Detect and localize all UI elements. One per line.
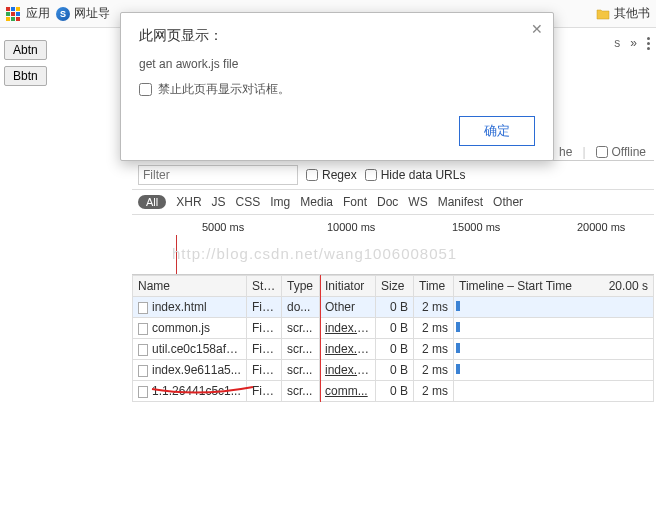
col-timeline[interactable]: Timeline – Start Time20.00 s bbox=[454, 276, 654, 297]
file-icon bbox=[138, 323, 148, 335]
hide-data-urls-toggle[interactable]: Hide data URLs bbox=[365, 168, 466, 182]
type-js[interactable]: JS bbox=[212, 195, 226, 209]
hide-checkbox[interactable] bbox=[365, 169, 377, 181]
close-icon[interactable]: ✕ bbox=[531, 21, 543, 37]
cell-status: Fin... bbox=[247, 360, 282, 381]
abtn-button[interactable]: Abtn bbox=[4, 40, 47, 60]
cell-initiator[interactable]: index.h... bbox=[320, 339, 376, 360]
bookmark-other-folder[interactable]: 其他书 bbox=[596, 5, 650, 22]
svg-rect-0 bbox=[6, 7, 10, 11]
alert-dialog: ✕ 此网页显示： get an awork.js file 禁止此页再显示对话框… bbox=[120, 12, 554, 161]
bookmark-nav[interactable]: S 网址导 bbox=[56, 5, 110, 22]
table-row[interactable]: index.9e611a5...Fin...scr...index.h...0 … bbox=[133, 360, 654, 381]
network-table-wrap: Name Sta... Type Initiator Size Time Tim… bbox=[132, 275, 654, 402]
tick-15000: 15000 ms bbox=[452, 221, 500, 233]
suppress-text: 禁止此页再显示对话框。 bbox=[158, 81, 290, 98]
timeline-overview[interactable]: 5000 ms 10000 ms 15000 ms 20000 ms http:… bbox=[132, 215, 654, 275]
cell-timeline bbox=[454, 360, 654, 381]
svg-rect-3 bbox=[6, 12, 10, 16]
col-time[interactable]: Time bbox=[414, 276, 454, 297]
table-row[interactable]: util.ce0c158afa...Fin...scr...index.h...… bbox=[133, 339, 654, 360]
cell-initiator[interactable]: comm... bbox=[320, 381, 376, 402]
file-icon bbox=[138, 365, 148, 377]
bbtn-button[interactable]: Bbtn bbox=[4, 66, 47, 86]
cell-name: index.9e611a5... bbox=[133, 360, 247, 381]
col-status[interactable]: Sta... bbox=[247, 276, 282, 297]
chevron-right-icon[interactable]: » bbox=[630, 36, 637, 50]
separator: | bbox=[582, 145, 585, 159]
watermark-text: http://blog.csdn.net/wang1006008051 bbox=[172, 245, 654, 262]
cell-timeline bbox=[454, 381, 654, 402]
file-icon bbox=[138, 344, 148, 356]
tick-20000: 20000 ms bbox=[577, 221, 625, 233]
timing-bar bbox=[456, 322, 460, 332]
type-font[interactable]: Font bbox=[343, 195, 367, 209]
sogou-icon: S bbox=[56, 7, 70, 21]
tick-5000: 5000 ms bbox=[202, 221, 244, 233]
kebab-icon[interactable] bbox=[647, 37, 650, 50]
cell-type: do... bbox=[282, 297, 320, 318]
timing-bar bbox=[456, 364, 460, 374]
dialog-title: 此网页显示： bbox=[139, 27, 535, 45]
type-xhr[interactable]: XHR bbox=[176, 195, 201, 209]
suppress-checkbox[interactable] bbox=[139, 83, 152, 96]
cell-size: 0 B bbox=[376, 339, 414, 360]
cell-name: common.js bbox=[133, 318, 247, 339]
cell-status: Fin... bbox=[247, 339, 282, 360]
svg-rect-6 bbox=[6, 17, 10, 21]
tab-strip-right: s » bbox=[614, 36, 650, 50]
folder-icon bbox=[596, 7, 610, 21]
bookmark-apps-label: 应用 bbox=[26, 5, 50, 22]
cell-initiator[interactable]: index.h... bbox=[320, 318, 376, 339]
col-size[interactable]: Size bbox=[376, 276, 414, 297]
svg-rect-8 bbox=[16, 17, 20, 21]
cell-time: 2 ms bbox=[414, 360, 454, 381]
cell-type: scr... bbox=[282, 360, 320, 381]
offline-label: Offline bbox=[612, 145, 646, 159]
regex-checkbox[interactable] bbox=[306, 169, 318, 181]
cell-initiator[interactable]: index.h... bbox=[320, 360, 376, 381]
bookmark-other-label: 其他书 bbox=[614, 5, 650, 22]
cell-size: 0 B bbox=[376, 360, 414, 381]
devtools-panel: he | Offline Regex Hide data URLs All XH… bbox=[132, 160, 654, 523]
table-row[interactable]: index.htmlFin...do...Other0 B2 ms bbox=[133, 297, 654, 318]
table-header-row: Name Sta... Type Initiator Size Time Tim… bbox=[133, 276, 654, 297]
col-name[interactable]: Name bbox=[133, 276, 247, 297]
type-media[interactable]: Media bbox=[300, 195, 333, 209]
cell-timeline bbox=[454, 297, 654, 318]
cell-name: index.html bbox=[133, 297, 247, 318]
overview-marker bbox=[176, 235, 177, 274]
cell-time: 2 ms bbox=[414, 381, 454, 402]
type-manifest[interactable]: Manifest bbox=[438, 195, 483, 209]
table-row[interactable]: common.jsFin...scr...index.h...0 B2 ms bbox=[133, 318, 654, 339]
cell-status: Fin... bbox=[247, 318, 282, 339]
filter-row: Regex Hide data URLs bbox=[132, 161, 654, 190]
cell-timeline bbox=[454, 339, 654, 360]
devtools-top-right: he | Offline bbox=[559, 145, 646, 159]
left-buttons-group: Abtn Bbtn bbox=[4, 40, 47, 86]
filter-input[interactable] bbox=[138, 165, 298, 185]
regex-toggle[interactable]: Regex bbox=[306, 168, 357, 182]
type-all[interactable]: All bbox=[138, 195, 166, 209]
bookmark-apps[interactable]: 应用 bbox=[26, 5, 50, 22]
type-css[interactable]: CSS bbox=[236, 195, 261, 209]
tick-10000: 10000 ms bbox=[327, 221, 375, 233]
cell-type: scr... bbox=[282, 318, 320, 339]
ok-button[interactable]: 确定 bbox=[459, 116, 535, 146]
type-other[interactable]: Other bbox=[493, 195, 523, 209]
apps-icon[interactable] bbox=[6, 7, 20, 21]
type-img[interactable]: Img bbox=[270, 195, 290, 209]
type-ws[interactable]: WS bbox=[408, 195, 427, 209]
cell-initiator: Other bbox=[320, 297, 376, 318]
bookmark-nav-label: 网址导 bbox=[74, 5, 110, 22]
tab-fragment-s: s bbox=[614, 36, 620, 50]
timing-bar bbox=[456, 301, 460, 311]
type-doc[interactable]: Doc bbox=[377, 195, 398, 209]
suppress-checkbox-label[interactable]: 禁止此页再显示对话框。 bbox=[139, 81, 535, 98]
cell-timeline bbox=[454, 318, 654, 339]
col-initiator[interactable]: Initiator bbox=[320, 276, 376, 297]
offline-checkbox[interactable] bbox=[596, 146, 608, 158]
col-type[interactable]: Type bbox=[282, 276, 320, 297]
svg-rect-5 bbox=[16, 12, 20, 16]
svg-rect-7 bbox=[11, 17, 15, 21]
